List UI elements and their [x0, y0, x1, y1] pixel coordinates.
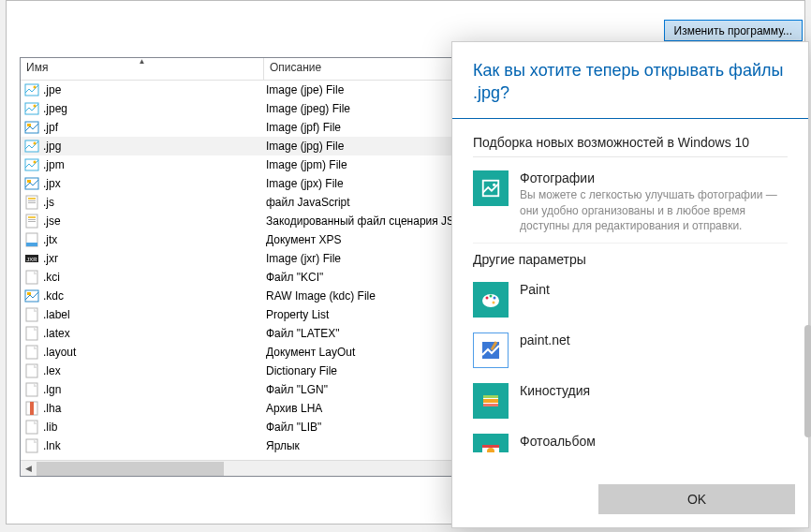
svg-rect-34 — [26, 364, 37, 377]
jxr-icon: JXR — [24, 251, 39, 266]
svg-rect-6 — [25, 140, 38, 152]
svg-rect-4 — [25, 122, 38, 133]
blank-icon — [24, 420, 39, 435]
scroll-thumb[interactable] — [37, 462, 224, 476]
row-ext: .jpx — [43, 177, 61, 190]
svg-rect-59 — [482, 445, 499, 448]
row-ext: .label — [43, 308, 70, 321]
blank-icon — [24, 345, 39, 360]
blank-icon — [24, 382, 39, 397]
svg-point-47 — [486, 296, 489, 299]
app-option[interactable]: paint.net — [473, 327, 788, 377]
svg-point-3 — [34, 105, 37, 108]
svg-rect-19 — [28, 221, 36, 222]
paintnet-icon — [473, 332, 509, 368]
row-ext: .layout — [43, 346, 76, 359]
js-icon — [24, 195, 39, 210]
row-ext: .jse — [43, 214, 61, 228]
svg-rect-5 — [27, 124, 31, 126]
ok-button[interactable]: OK — [598, 484, 795, 514]
sort-asc-icon: ▲ — [139, 57, 146, 66]
row-ext: .jpg — [43, 140, 61, 153]
row-ext: .jxr — [43, 252, 58, 265]
js-icon — [24, 214, 39, 229]
image2-icon — [24, 120, 39, 135]
change-program-button[interactable]: Изменить программу... — [664, 20, 803, 41]
row-ext: .lgn — [43, 383, 61, 396]
other-heading: Другие параметры — [473, 251, 788, 274]
svg-rect-10 — [25, 178, 38, 189]
svg-rect-51 — [482, 342, 499, 359]
row-ext: .lnk — [43, 439, 61, 452]
row-ext: .js — [43, 196, 54, 209]
app-name: Киностудия — [520, 383, 788, 398]
svg-rect-54 — [483, 395, 498, 398]
photoalbum-icon — [473, 434, 509, 452]
blank-icon — [24, 363, 39, 378]
dialog-body: Подборка новых возможностей в Windows 10… — [452, 119, 808, 475]
moviemaker-icon — [473, 383, 509, 419]
image2-icon — [24, 176, 39, 191]
scroll-left-icon[interactable]: ◀ — [21, 461, 37, 477]
paint-icon — [473, 282, 509, 318]
svg-point-1 — [34, 86, 37, 89]
svg-rect-36 — [26, 383, 37, 396]
svg-rect-26 — [25, 290, 38, 302]
row-ext: .jtx — [43, 233, 57, 246]
svg-point-9 — [34, 161, 37, 164]
svg-rect-17 — [28, 216, 36, 218]
svg-rect-39 — [30, 402, 34, 415]
row-ext: .jpe — [43, 83, 61, 96]
photos-icon — [473, 170, 509, 206]
featured-app[interactable]: Фотографии Вы можете с легкостью улучшат… — [473, 165, 788, 244]
featured-app-name: Фотографии — [520, 170, 788, 185]
vscroll-thumb[interactable] — [804, 325, 811, 437]
row-ext: .lib — [43, 421, 57, 434]
row-ext: .jpeg — [43, 102, 67, 115]
row-ext: .jpm — [43, 158, 65, 171]
svg-point-45 — [493, 184, 495, 186]
image-icon — [24, 157, 39, 172]
app-option[interactable]: Киностудия — [473, 377, 788, 428]
xps-icon — [24, 232, 39, 247]
blank-icon — [24, 307, 39, 322]
svg-rect-8 — [25, 159, 38, 170]
svg-rect-2 — [25, 103, 38, 114]
image2-icon — [24, 288, 39, 303]
image-icon — [24, 139, 39, 154]
blank-icon — [24, 270, 39, 285]
svg-rect-44 — [483, 181, 499, 197]
image-icon — [24, 82, 39, 97]
row-ext: .lha — [43, 402, 61, 415]
vertical-scrollbar[interactable] — [804, 325, 811, 456]
svg-rect-11 — [27, 180, 31, 183]
row-ext: .kci — [43, 271, 60, 284]
row-ext: .jpf — [43, 121, 58, 134]
column-name[interactable]: Имя ▲ — [21, 58, 264, 80]
svg-rect-14 — [28, 200, 36, 201]
svg-rect-40 — [26, 421, 37, 434]
app-name: Paint — [520, 282, 788, 297]
row-ext: .lex — [43, 364, 61, 377]
row-ext: .kdc — [43, 289, 64, 303]
archive-icon — [24, 401, 39, 416]
app-name: paint.net — [520, 332, 788, 347]
svg-point-48 — [490, 294, 493, 297]
svg-text:JXR: JXR — [26, 257, 37, 262]
svg-rect-30 — [26, 327, 37, 340]
svg-rect-13 — [28, 198, 36, 200]
svg-rect-56 — [483, 399, 498, 403]
dialog-footer: OK — [452, 475, 808, 527]
svg-rect-15 — [28, 202, 36, 203]
app-option[interactable]: Фотоальбом — [473, 428, 788, 452]
column-description-label: Описание — [270, 61, 321, 74]
svg-point-7 — [34, 142, 37, 145]
dialog-title: Как вы хотите теперь открывать файлы .jp… — [452, 42, 808, 119]
app-name: Фотоальбом — [520, 434, 788, 449]
featured-heading: Подборка новых возможностей в Windows 10 — [473, 134, 788, 158]
svg-rect-24 — [26, 271, 37, 284]
svg-rect-21 — [26, 243, 37, 246]
svg-rect-18 — [28, 219, 36, 220]
svg-point-49 — [494, 296, 496, 299]
app-option[interactable]: Paint — [473, 276, 788, 327]
